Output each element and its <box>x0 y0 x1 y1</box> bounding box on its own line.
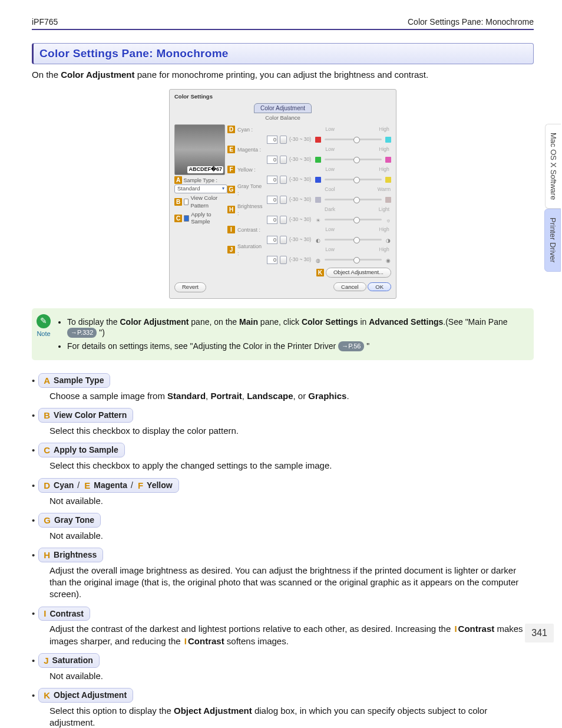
apply-to-sample-checkbox[interactable] <box>184 215 189 222</box>
glyph-icon: ◍ <box>315 257 321 263</box>
marker-letter: C <box>42 445 51 455</box>
stepper-icon[interactable] <box>280 196 287 204</box>
slider-track[interactable] <box>325 139 382 140</box>
marker-letter: J <box>42 655 49 666</box>
marker-letter: K <box>42 690 51 700</box>
page-ref-link[interactable]: →P.56 <box>338 341 364 351</box>
tab-color-adjustment[interactable]: Color Adjustment <box>254 103 312 114</box>
marker-letter: H <box>42 550 51 560</box>
item-tag: GGray Tone <box>38 513 101 528</box>
marker-letter: A <box>42 375 51 386</box>
slider-range-label: (-30 ~ 30) <box>289 156 313 163</box>
side-tab-software[interactable]: Mac OS X Software <box>545 124 561 209</box>
marker-e: E <box>227 146 235 153</box>
item-tag: ASample Type <box>38 373 110 388</box>
sample-type-dropdown[interactable]: Standard ▾ <box>174 185 227 193</box>
marker-b: B <box>174 198 182 206</box>
note-list: To display the Color Adjustment pane, on… <box>57 314 527 355</box>
glyph-icon: ☀ <box>315 217 321 223</box>
item-tag: BView Color Pattern <box>38 408 133 423</box>
slider-value-input[interactable]: 0 <box>267 236 277 244</box>
view-color-pattern-checkbox[interactable] <box>184 199 189 205</box>
slider-value-input[interactable]: 0 <box>267 196 277 204</box>
slider-thumb-icon[interactable] <box>353 217 360 223</box>
apply-to-sample-label: Apply to Sample <box>191 211 224 226</box>
slider-thumb-icon[interactable] <box>353 177 360 183</box>
item-description: Choose a sample image from Standard, Por… <box>49 390 534 402</box>
slider-thumb-icon[interactable] <box>353 257 360 263</box>
slider-track[interactable] <box>325 219 382 220</box>
bullet-icon: • <box>32 609 35 618</box>
slider-thumb-icon[interactable] <box>353 237 360 243</box>
item-tag: DCyan / EMagenta / FYellow <box>38 478 178 493</box>
slider-track[interactable] <box>325 259 382 261</box>
item-tag-text: Apply to Sample <box>54 444 118 456</box>
page-ref-link[interactable]: →P.332 <box>67 328 97 338</box>
marker-j: J <box>227 246 235 253</box>
bullet-icon: • <box>32 656 35 665</box>
slider-track[interactable] <box>325 159 382 160</box>
slider-label: Saturation : <box>237 243 265 257</box>
slider-value-input[interactable]: 0 <box>267 256 277 264</box>
slider-label: Yellow : <box>237 166 265 173</box>
side-tab-printer-driver[interactable]: Printer Driver <box>544 209 561 272</box>
item-heading: •KObject Adjustment <box>32 688 534 703</box>
item-tag-text: Magenta <box>94 480 127 491</box>
revert-button[interactable]: Revert <box>174 282 206 292</box>
slider-low-label: Low <box>323 146 337 153</box>
color-swatch-icon <box>315 197 321 203</box>
slider-thumb-icon[interactable] <box>353 137 360 143</box>
marker-letter: I <box>183 636 188 646</box>
slider-high-label: High <box>377 146 391 153</box>
slider-thumb-icon[interactable] <box>353 197 360 203</box>
marker-letter: D <box>42 480 51 490</box>
ok-button[interactable]: OK <box>368 282 391 291</box>
slider-track[interactable] <box>325 199 382 200</box>
bullet-icon: • <box>32 411 35 420</box>
item-heading: •JSaturation <box>32 653 534 668</box>
stepper-icon[interactable] <box>280 256 287 264</box>
stepper-icon[interactable] <box>280 156 287 164</box>
slider-range-label: (-30 ~ 30) <box>289 236 313 243</box>
stepper-icon[interactable] <box>280 216 287 224</box>
slider-range-label: (-30 ~ 30) <box>289 216 313 223</box>
slider-low-label: Low <box>323 226 337 233</box>
item-tag-text: Yellow <box>147 480 173 491</box>
stepper-icon[interactable] <box>280 136 287 144</box>
item-description: Not available. <box>49 495 534 507</box>
slider-range-label: (-30 ~ 30) <box>289 176 313 183</box>
bullet-icon: • <box>32 446 35 454</box>
slider-value-input[interactable]: 0 <box>267 216 277 224</box>
stepper-icon[interactable] <box>280 236 287 244</box>
intro-text: On the Color Adjustment pane for monochr… <box>32 69 534 81</box>
marker-h: H <box>227 206 235 213</box>
slider-value-input[interactable]: 0 <box>267 136 277 144</box>
note-box: ✎ Note To display the Color Adjustment p… <box>32 308 534 361</box>
screenshot-dialog: Color Settings Color Adjustment Color Ba… <box>169 89 396 299</box>
slider-thumb-icon[interactable] <box>353 157 360 163</box>
bullet-icon: • <box>32 481 35 490</box>
color-swatch-icon <box>385 137 391 143</box>
glyph-icon: ◐ <box>315 237 321 243</box>
slider-high-label: Warm <box>377 186 391 193</box>
item-tag: CApply to Sample <box>38 443 125 457</box>
item-tag-text: Saturation <box>52 655 93 666</box>
item-description: Not available. <box>49 670 534 682</box>
slider-value-input[interactable]: 0 <box>267 156 277 164</box>
slider-label: Gray Tone : <box>237 183 265 197</box>
slider-track[interactable] <box>325 179 382 180</box>
sample-preview-image <box>174 124 225 175</box>
section-title: Color Settings Pane: Monochrome <box>39 46 527 61</box>
cancel-button[interactable]: Cancel <box>333 282 366 291</box>
item-tag-text: Sample Type <box>54 375 104 386</box>
stepper-icon[interactable] <box>280 176 287 184</box>
section-title-bar: Color Settings Pane: Monochrome <box>32 43 534 64</box>
color-swatch-icon <box>315 177 321 183</box>
marker-c: C <box>174 215 182 222</box>
slider-track[interactable] <box>325 239 382 241</box>
marker-letter: F <box>137 480 144 490</box>
slider-value-input[interactable]: 0 <box>267 176 277 184</box>
view-color-pattern-label: View Color Pattern <box>190 195 224 210</box>
marker-k: K <box>316 269 324 276</box>
object-adjustment-button[interactable]: Object Adjustment... <box>326 268 391 278</box>
